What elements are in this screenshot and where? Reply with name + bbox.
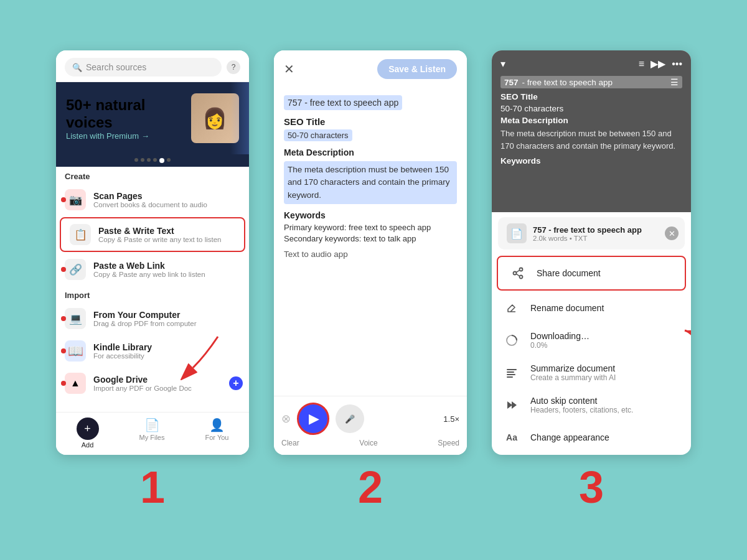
dot-2 [141,158,144,162]
import-section-label: Import [56,286,249,302]
voice-icon: 🎤 [345,414,355,424]
scan-dot [61,197,66,202]
menu-item-scan-pages[interactable]: 📷 Scan Pages Convert books & document to… [56,184,249,216]
step-number-1: 1 [140,465,165,510]
rename-title: Rename document [530,303,604,313]
summarize-title: Summarize document [530,363,616,373]
meta-para-text: The meta description must be between 150… [500,128,682,152]
phone-3: ▾ ≡ ▶▶ ••• 757 - free text to speech app… [492,50,691,455]
speed-area: 1.5× [443,413,459,424]
voice-button[interactable]: 🎤 [336,404,364,433]
menu-option-rename[interactable]: Rename document [492,292,691,324]
link-title: Paste a Web Link [93,261,205,271]
close-button[interactable]: ✕ [284,62,294,77]
svg-rect-11 [507,376,513,378]
downloading-title: Downloading… [530,331,590,341]
step-2-wrapper: ✕ Save & Listen 757 - free text to speec… [274,50,467,510]
svg-line-6 [516,274,520,276]
keywords-text: Keywords [500,156,682,166]
svg-point-3 [520,276,523,279]
more-icon[interactable]: ••• [672,58,682,70]
clear-area: ⊗ [281,412,291,426]
voice-label: Voice [359,439,377,447]
phone-1: 🔍 Search sources ? 50+ natural voices Li… [56,50,249,455]
link-icon: 🔗 [65,259,86,280]
search-icon: 🔍 [72,63,82,72]
primary-keyword: Primary keyword: free text to speech app [284,223,457,232]
summarize-icon [502,363,522,383]
hero-banner: 50+ natural voices Listen with Premium 👩 [56,82,249,154]
chevron-down-icon[interactable]: ▾ [500,58,505,70]
create-section-label: Create [56,167,249,184]
menu-option-appearance[interactable]: Aa Change appearance [492,421,691,454]
svg-marker-12 [507,401,512,409]
dot-4 [153,158,157,162]
chars-text: 50-70 characters [500,104,682,113]
clear-label: Clear [281,439,299,447]
step-1-wrapper: 🔍 Search sources ? 50+ natural voices Li… [56,50,249,510]
paste-icon: 📋 [70,224,91,245]
menu-option-summarize[interactable]: Summarize document Create a summary with… [492,357,691,389]
play-icon: ▶ [309,411,319,427]
gdrive-title: Google Drive [93,375,192,385]
tab-add-label: Add [82,441,94,449]
forward-icon[interactable]: ▶▶ [651,58,665,70]
phone-2: ✕ Save & Listen 757 - free text to speec… [274,50,467,455]
player-area: ⊗ ▶ 🎤 1.5× Clear [274,396,467,455]
top-search-bar: 🔍 Search sources ? [56,50,249,82]
speed-label: 1.5× [443,414,459,424]
help-icon[interactable]: ? [227,60,240,74]
computer-icon: 💻 [65,308,86,329]
dot-3 [147,158,151,162]
file-close-button[interactable]: ✕ [665,226,679,240]
topbar-left: ▾ [500,58,505,70]
rename-icon [502,298,522,318]
menu-item-gdrive[interactable]: ▲ Google Drive Import any PDF or Google … [56,367,249,399]
doc-title-number: 757 [504,78,519,87]
add-google-icon[interactable]: + [229,376,243,390]
speed-text-label: Speed [438,439,459,447]
menu-option-share[interactable]: Share document [497,256,686,291]
step-number-2: 2 [358,465,383,510]
foryou-icon: 👤 [209,418,225,432]
doc-highlighted-title: 757 - free text to speech app ☰ [500,76,682,88]
gdrive-subtitle: Import any PDF or Google Doc [93,385,192,392]
svg-marker-13 [512,401,517,409]
tab-add[interactable]: + Add [77,418,99,449]
paste-subtitle: Copy & Paste or write any text to listen [98,236,222,243]
svg-rect-8 [507,369,517,370]
kindle-dot [61,348,66,353]
meta-desc-text: Meta Description [500,116,682,125]
hero-title: 50+ natural voices [66,96,191,131]
menu-item-computer[interactable]: 💻 From Your Computer Drag & drop PDF fro… [56,302,249,335]
appearance-title: Change appearance [530,432,609,442]
hero-cta[interactable]: Listen with Premium [66,131,191,141]
search-input-placeholder: Search sources [86,62,146,72]
kindle-subtitle: For accessibility [93,352,152,360]
tab-my-files[interactable]: 📄 My Files [139,418,165,449]
svg-line-5 [516,270,520,273]
kindle-icon: 📖 [65,340,86,362]
dot-5 [159,158,164,163]
kindle-title: Kindle Library [93,342,152,352]
menu-item-paste-link[interactable]: 🔗 Paste a Web Link Copy & Paste any web … [56,253,249,286]
doc-file-item: 📄 757 - free text to speech app 2.0k wor… [498,217,685,250]
align-icon[interactable]: ≡ [639,58,644,70]
menu-option-downloading: Downloading… 0.0% [492,324,691,357]
tab-for-you[interactable]: 👤 For You [205,418,229,449]
svg-rect-9 [507,371,514,373]
step-number-3: 3 [579,465,604,510]
tab-foryou-label: For You [205,434,229,441]
appearance-icon: Aa [502,427,522,447]
autoskip-subtitle: Headers, footers, citations, etc. [530,406,633,414]
hero-content: 50+ natural voices Listen with Premium [66,96,191,141]
gdrive-dot [61,381,66,386]
clear-icon: ⊗ [281,412,291,426]
save-listen-button[interactable]: Save & Listen [377,59,457,79]
meta-desc-label: Meta Description [284,147,457,157]
menu-item-kindle[interactable]: 📖 Kindle Library For accessibility [56,335,249,367]
play-button[interactable]: ▶ [297,403,329,435]
menu-option-autoskip[interactable]: Auto skip content Headers, footers, cita… [492,389,691,421]
search-box[interactable]: 🔍 Search sources [65,58,222,77]
menu-item-paste-write[interactable]: 📋 Paste & Write Text Copy & Paste or wri… [60,217,245,252]
